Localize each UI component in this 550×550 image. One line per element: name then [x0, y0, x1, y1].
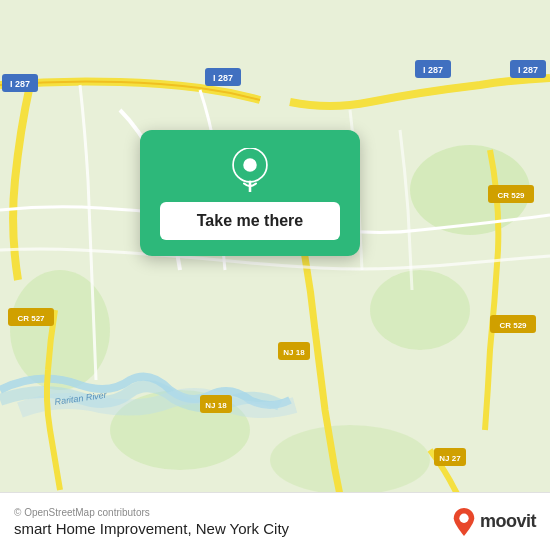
- business-name: smart Home Improvement, New York City: [14, 520, 289, 537]
- svg-text:CR 529: CR 529: [499, 321, 527, 330]
- moovit-pin-icon: [453, 508, 475, 536]
- popup-card: Take me there: [140, 130, 360, 256]
- svg-text:I 287: I 287: [10, 79, 30, 89]
- svg-text:I 287: I 287: [423, 65, 443, 75]
- svg-text:NJ 27: NJ 27: [439, 454, 461, 463]
- svg-point-30: [459, 513, 468, 522]
- svg-text:I 287: I 287: [518, 65, 538, 75]
- take-me-there-button[interactable]: Take me there: [160, 202, 340, 240]
- svg-text:CR 527: CR 527: [17, 314, 45, 323]
- moovit-logo: moovit: [453, 508, 536, 536]
- svg-text:NJ 18: NJ 18: [205, 401, 227, 410]
- svg-point-2: [370, 270, 470, 350]
- bottom-left-content: © OpenStreetMap contributors smart Home …: [14, 507, 289, 537]
- svg-text:CR 529: CR 529: [497, 191, 525, 200]
- svg-point-5: [270, 425, 430, 495]
- svg-text:I 287: I 287: [213, 73, 233, 83]
- osm-attribution: © OpenStreetMap contributors: [14, 507, 289, 518]
- bottom-bar: © OpenStreetMap contributors smart Home …: [0, 492, 550, 550]
- map-pin-icon: [228, 148, 272, 192]
- map-roads: I 287 I 287 I 287 I 287 CR 529 CR 529 CR…: [0, 0, 550, 550]
- moovit-brand-text: moovit: [480, 511, 536, 532]
- svg-point-29: [243, 158, 257, 172]
- svg-text:NJ 18: NJ 18: [283, 348, 305, 357]
- map-container: I 287 I 287 I 287 I 287 CR 529 CR 529 CR…: [0, 0, 550, 550]
